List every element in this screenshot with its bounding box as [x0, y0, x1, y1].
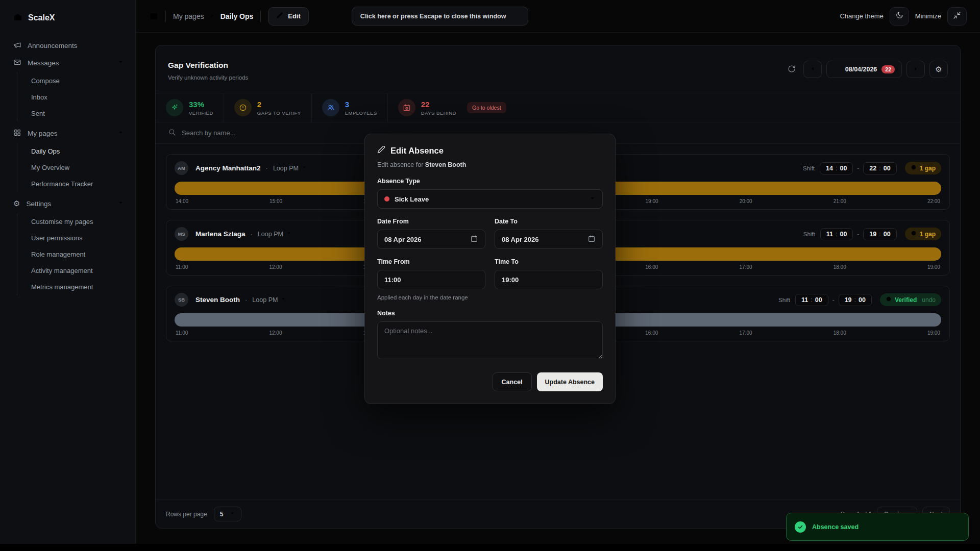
- shift-label: Shift: [803, 231, 815, 237]
- time-from-label: Time From: [377, 258, 485, 265]
- date-from-label: Date From: [377, 218, 485, 225]
- page-subtitle: Verify unknown activity periods: [168, 74, 248, 81]
- modal-subtitle-prefix: Edit absence for: [377, 161, 423, 168]
- sidebar-item-my-overview[interactable]: My Overview: [17, 159, 135, 176]
- undo-link[interactable]: undo: [922, 296, 936, 304]
- sidebar-item-customise-my-pages[interactable]: Customise my pages: [17, 213, 135, 230]
- stat-employees: 3 EMPLOYEES: [312, 93, 388, 122]
- panel-left-icon: [149, 12, 158, 21]
- sidebar-item-label: Inbox: [31, 93, 124, 101]
- refresh-button[interactable]: [785, 62, 799, 78]
- go-to-oldest-button[interactable]: Go to oldest: [467, 102, 506, 113]
- sidebar-item-compose[interactable]: Compose: [17, 72, 135, 89]
- minimize-button[interactable]: [947, 7, 967, 26]
- time-colon: :: [879, 231, 880, 238]
- time-colon: :: [836, 231, 837, 238]
- badge-label: Verified: [895, 296, 917, 304]
- shift-hour: 14: [826, 165, 833, 172]
- sidebar-item-label: Metrics management: [31, 283, 124, 291]
- absence-type-select[interactable]: Sick Leave: [377, 189, 603, 209]
- chevron-down-icon: [117, 129, 124, 137]
- employee-name: Marlena Szlaga: [195, 230, 246, 238]
- sidebar-group-messages[interactable]: Messages: [0, 54, 135, 71]
- sidebar-item-label: Performance Tracker: [31, 180, 124, 188]
- days-behind-badge: 22: [881, 65, 895, 73]
- shift-label: Shift: [803, 165, 815, 171]
- shift-minute: 00: [859, 296, 866, 304]
- modal-subtitle: Edit absence for Steven Booth: [377, 161, 603, 168]
- stat-label: VERIFIED: [189, 110, 213, 116]
- avatar: AM: [175, 161, 188, 175]
- shift-end-input[interactable]: 19 : 00: [839, 294, 872, 306]
- notes-textarea[interactable]: [377, 321, 603, 359]
- sidebar-item-announcements[interactable]: Announcements: [0, 37, 135, 54]
- chevron-down-icon: [280, 296, 286, 304]
- edit-button-label: Edit: [288, 12, 301, 20]
- sidebar-item-label: User permissions: [31, 234, 124, 242]
- tick-label: 17:00: [739, 264, 752, 270]
- escape-close-banner[interactable]: Click here or press Escape to close this…: [352, 7, 529, 26]
- date-picker-button[interactable]: 08/04/2026 22: [826, 61, 902, 78]
- date-from-input[interactable]: 08 Apr 2026: [377, 230, 485, 249]
- modal-subtitle-name: Steven Booth: [425, 161, 467, 168]
- sidebar-item-role-management[interactable]: Role management: [17, 246, 135, 262]
- shift-start-input[interactable]: 11 : 00: [795, 294, 828, 306]
- envelope-icon: [13, 58, 21, 68]
- breadcrumb-parent[interactable]: My pages: [173, 12, 204, 20]
- theme-toggle-button[interactable]: [890, 7, 909, 26]
- date-to-input[interactable]: 08 Apr 2026: [495, 230, 603, 249]
- time-from-input[interactable]: [377, 270, 485, 289]
- gear-icon: ⚙: [13, 200, 20, 208]
- date-to-value: 08 Apr 2026: [502, 236, 587, 243]
- shift-end-input[interactable]: 22 : 00: [863, 162, 896, 174]
- team-name: Loop PM: [252, 296, 278, 304]
- time-helper-text: Applied each day in the date range: [377, 294, 603, 300]
- tick-label: 16:00: [645, 264, 658, 270]
- sidebar-item-daily-ops[interactable]: Daily Ops: [17, 143, 135, 159]
- settings-sublist: Customise my pages User permissions Role…: [17, 213, 135, 295]
- sidebar-item-label: Announcements: [28, 42, 124, 49]
- sparkles-icon: [166, 99, 183, 116]
- shift-start-input[interactable]: 11 : 00: [820, 228, 853, 240]
- chevron-down-icon: [301, 164, 307, 172]
- tick-label: 15:00: [270, 198, 282, 204]
- shift-start-input[interactable]: 14 : 00: [820, 162, 853, 174]
- users-icon: [322, 99, 339, 116]
- time-to-input[interactable]: [495, 270, 603, 289]
- next-day-button[interactable]: [906, 61, 925, 78]
- sidebar: ScaleX Announcements Messages Compose In…: [0, 0, 136, 544]
- stat-value: 3: [345, 100, 377, 109]
- sidebar-item-performance-tracker[interactable]: Performance Tracker: [17, 176, 135, 192]
- sidebar-group-my-pages[interactable]: My pages: [0, 124, 135, 142]
- cancel-button[interactable]: Cancel: [493, 372, 532, 391]
- team-selector[interactable]: Loop PM: [252, 296, 286, 304]
- update-absence-button[interactable]: Update Absence: [537, 372, 603, 391]
- change-theme-label: Change theme: [840, 12, 883, 20]
- prev-day-button[interactable]: [803, 61, 822, 78]
- card-settings-button[interactable]: ⚙: [929, 61, 948, 78]
- sidebar-item-inbox[interactable]: Inbox: [17, 89, 135, 105]
- edit-page-button[interactable]: Edit: [268, 7, 309, 26]
- range-dash: -: [857, 165, 859, 172]
- shift-end-input[interactable]: 19 : 00: [863, 228, 896, 240]
- sidebar-item-metrics-management[interactable]: Metrics management: [17, 279, 135, 295]
- sidebar-item-sent[interactable]: Sent: [17, 105, 135, 121]
- tick-label: 22:00: [927, 198, 940, 204]
- team-selector[interactable]: Loop PM: [273, 164, 307, 172]
- sidebar-item-user-permissions[interactable]: User permissions: [17, 230, 135, 246]
- sidebar-toggle-button[interactable]: [149, 12, 158, 21]
- sidebar-item-activity-management[interactable]: Activity management: [17, 262, 135, 279]
- team-selector[interactable]: Loop PM: [258, 230, 292, 238]
- rows-per-page-select[interactable]: 5: [214, 507, 242, 521]
- moon-icon: [895, 11, 903, 21]
- close-icon[interactable]: [513, 13, 520, 19]
- sidebar-group-label: My pages: [28, 130, 111, 137]
- shift-hour: 11: [826, 231, 833, 238]
- pencil-icon: [276, 12, 283, 20]
- dot-separator: ·: [251, 230, 253, 238]
- sidebar-group-settings[interactable]: ⚙ Settings: [0, 195, 135, 212]
- toast-absence-saved: Absence saved: [786, 513, 969, 541]
- avatar: SB: [175, 293, 188, 307]
- badge-label: 1 gap: [920, 231, 936, 238]
- tick-label: 11:00: [176, 330, 188, 336]
